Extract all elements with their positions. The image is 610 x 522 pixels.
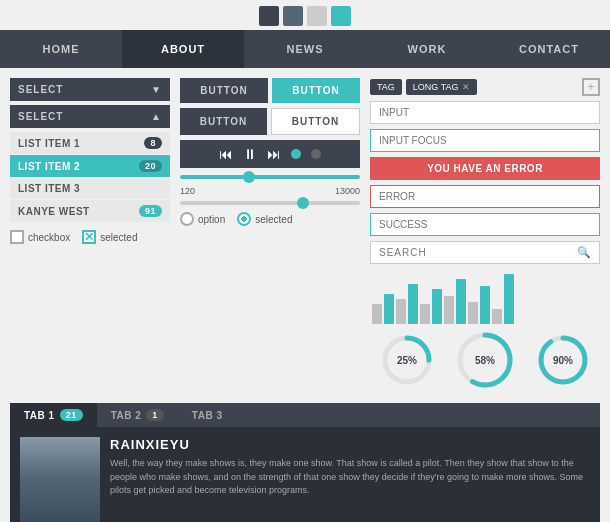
radio-option[interactable]: option <box>180 212 225 226</box>
chart-bar <box>480 286 490 324</box>
radio-circle-empty[interactable] <box>180 212 194 226</box>
media-player: ⏮ ⏸ ⏭ <box>180 140 360 168</box>
tag-2[interactable]: LONG TAG ✕ <box>406 79 477 95</box>
radio-selected[interactable]: selected <box>237 212 292 226</box>
input-field-success[interactable] <box>370 213 600 236</box>
tab-item[interactable]: TAB 3 <box>178 403 237 427</box>
list-item-badge-2: 20 <box>139 160 162 172</box>
button-dark-2[interactable]: BUTTON <box>180 108 267 135</box>
progress-circle-wrapper: 90% <box>537 334 589 390</box>
search-icon: 🔍 <box>577 246 591 259</box>
search-input[interactable] <box>379 247 573 258</box>
tab-label: TAB 2 <box>111 410 142 421</box>
swatch-teal[interactable] <box>331 6 351 26</box>
tab-content: RAINXIEYU Well, the way they make shows … <box>10 427 600 522</box>
list-item-label-3: LIST ITEM 3 <box>18 183 80 194</box>
tag-1-label: TAG <box>377 82 395 92</box>
checkbox-selected-label: selected <box>100 232 137 243</box>
svg-text:90%: 90% <box>553 355 573 366</box>
chart-bar <box>372 304 382 324</box>
progress-circles: 25% 58% 90% <box>370 331 600 393</box>
radio-row: option selected <box>180 212 360 226</box>
chart-bar <box>456 279 466 324</box>
list-item-2[interactable]: LIST ITEM 2 20 <box>10 155 170 177</box>
chevron-up-icon: ▲ <box>151 111 162 122</box>
checkbox-label: checkbox <box>28 232 70 243</box>
color-swatches <box>0 0 610 30</box>
checkbox-box-checked[interactable]: ✕ <box>82 230 96 244</box>
fast-forward-button[interactable]: ⏭ <box>267 146 281 162</box>
svg-text:58%: 58% <box>475 355 495 366</box>
input-field-normal[interactable] <box>370 101 600 124</box>
input-field-focus[interactable] <box>370 129 600 152</box>
list-item-badge-1: 8 <box>144 137 162 149</box>
button-teal-1[interactable]: BUTTON <box>272 78 360 103</box>
radio-circle-selected[interactable] <box>237 212 251 226</box>
button-row-1: BUTTON BUTTON <box>180 78 360 103</box>
list-item-badge-4: 91 <box>139 205 162 217</box>
select-label-2: SELECT <box>18 111 63 122</box>
checkbox-box-empty[interactable] <box>10 230 24 244</box>
slider-2[interactable] <box>180 201 360 205</box>
slider-max-label: 13000 <box>335 186 360 196</box>
select-label-1: SELECT <box>18 84 63 95</box>
list-item-4[interactable]: KANYE WEST 91 <box>10 200 170 222</box>
svg-text:25%: 25% <box>397 355 417 366</box>
nav-home[interactable]: HOME <box>0 30 122 68</box>
bar-chart <box>370 269 600 324</box>
select-dropdown-2[interactable]: SELECT ▲ <box>10 105 170 128</box>
pause-button[interactable]: ⏸ <box>243 146 257 162</box>
tab-badge: 1 <box>146 409 164 421</box>
slider-1[interactable] <box>180 175 360 179</box>
list-item-label-4: KANYE WEST <box>18 206 90 217</box>
rewind-button[interactable]: ⏮ <box>219 146 233 162</box>
progress-circle-wrapper: 25% <box>381 334 433 390</box>
tags-row: TAG LONG TAG ✕ + <box>370 78 600 96</box>
tabs-section: TAB 121TAB 21TAB 3 RAINXIEYU Well, the w… <box>10 403 600 522</box>
tab-username: RAINXIEYU <box>110 437 590 452</box>
list-item-1[interactable]: LIST ITEM 1 8 <box>10 132 170 154</box>
tag-2-label: LONG TAG <box>413 82 459 92</box>
tag-close-icon[interactable]: ✕ <box>462 82 470 92</box>
right-column: TAG LONG TAG ✕ + YOU HAVE AN ERROR 🔍 25% <box>370 78 600 393</box>
input-field-error[interactable] <box>370 185 600 208</box>
chevron-down-icon: ▼ <box>151 84 162 95</box>
chart-bar <box>504 274 514 324</box>
chart-bar <box>384 294 394 324</box>
tab-badge: 21 <box>60 409 83 421</box>
swatch-dark[interactable] <box>259 6 279 26</box>
button-outline-2[interactable]: BUTTON <box>271 108 360 135</box>
tab-item[interactable]: TAB 21 <box>97 403 178 427</box>
left-column: SELECT ▼ SELECT ▲ LIST ITEM 1 8 LIST ITE… <box>10 78 170 393</box>
main-content: SELECT ▼ SELECT ▲ LIST ITEM 1 8 LIST ITE… <box>0 68 610 403</box>
nav-work[interactable]: WORK <box>366 30 488 68</box>
nav-news[interactable]: NEWS <box>244 30 366 68</box>
error-button[interactable]: YOU HAVE AN ERROR <box>370 157 600 180</box>
chart-bar <box>396 299 406 324</box>
swatch-medium[interactable] <box>283 6 303 26</box>
navbar: HOME ABOUT NEWS WORK CONTACT <box>0 30 610 68</box>
nav-contact[interactable]: CONTACT <box>488 30 610 68</box>
list-items: LIST ITEM 1 8 LIST ITEM 2 20 LIST ITEM 3… <box>10 132 170 222</box>
radio-selected-label: selected <box>255 214 292 225</box>
tab-description: Well, the way they make shows is, they m… <box>110 457 590 498</box>
tab-label: TAB 1 <box>24 410 55 421</box>
swatch-light[interactable] <box>307 6 327 26</box>
radio-option-label: option <box>198 214 225 225</box>
chart-bar <box>468 302 478 324</box>
chart-bar <box>432 289 442 324</box>
checkbox-unchecked[interactable]: checkbox <box>10 230 70 244</box>
checkbox-row: checkbox ✕ selected <box>10 230 170 244</box>
tag-add-button[interactable]: + <box>582 78 600 96</box>
tag-1[interactable]: TAG <box>370 79 402 95</box>
tab-item[interactable]: TAB 121 <box>10 403 97 427</box>
chart-bar <box>408 284 418 324</box>
middle-column: BUTTON BUTTON BUTTON BUTTON ⏮ ⏸ ⏭ 120 1 <box>180 78 360 393</box>
select-dropdown-1[interactable]: SELECT ▼ <box>10 78 170 101</box>
list-item-3[interactable]: LIST ITEM 3 <box>10 178 170 199</box>
button-row-2: BUTTON BUTTON <box>180 108 360 135</box>
checkbox-checked[interactable]: ✕ selected <box>82 230 137 244</box>
slider-container: 120 13000 <box>180 175 360 205</box>
nav-about[interactable]: ABOUT <box>122 30 244 68</box>
button-dark-1[interactable]: BUTTON <box>180 78 268 103</box>
